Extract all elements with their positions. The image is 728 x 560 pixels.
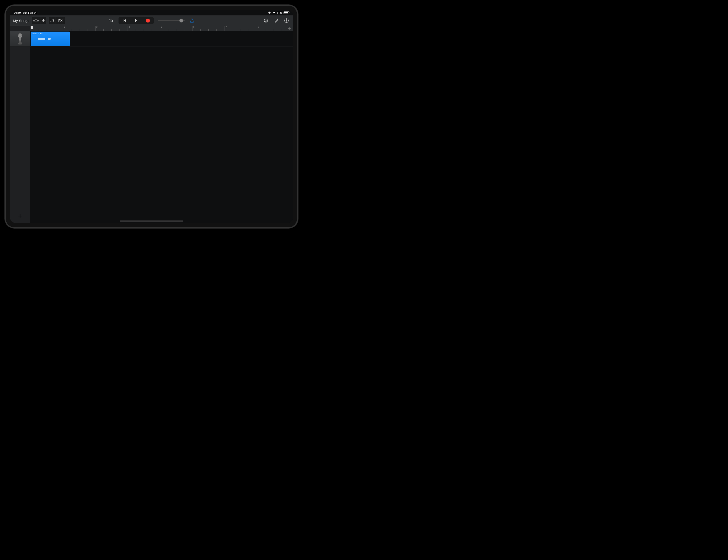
status-date: Sun Feb 24 [23,11,37,14]
fx-label: FX [57,19,64,23]
svg-rect-0 [34,20,35,21]
ruler-bar-label: 5 [160,26,162,28]
transport-controls [119,17,154,24]
help-icon [284,18,289,23]
plus-icon [18,214,22,218]
home-indicator[interactable] [120,221,183,222]
ruler-tick [79,29,79,31]
track-microphone-icon [15,33,25,45]
ruler-bar-label: 3 [95,26,97,28]
metronome-button[interactable] [189,17,195,24]
track-header[interactable] [10,31,30,47]
loop-button[interactable] [263,17,269,24]
undo-button[interactable] [108,17,115,24]
ruler-tick [208,29,209,31]
undo-icon [109,18,113,23]
master-volume-slider[interactable] [158,20,185,21]
status-bar: 09:39 Sun Feb 24 87% [10,10,293,15]
settings-button[interactable] [273,17,280,24]
ruler-tick [273,29,273,31]
go-to-beginning-button[interactable] [119,17,130,24]
ruler-bar-label: 8 [257,26,259,28]
play-icon [134,19,138,22]
toolbar: My Songs [10,15,293,26]
play-button[interactable] [130,17,142,24]
browser-icon [33,19,39,22]
svg-point-10 [53,20,54,21]
track-lane[interactable]: WatchCuts [30,31,293,47]
svg-point-16 [286,22,287,22]
ruler-tick [103,29,104,31]
loop-icon [263,18,268,23]
plus-icon [288,27,291,30]
svg-rect-3 [43,19,44,21]
svg-point-6 [50,21,51,22]
ruler-tick [152,29,152,31]
ruler-tick [281,29,281,31]
ruler-tick [47,29,47,31]
browser-button[interactable] [32,17,40,24]
audio-region[interactable]: WatchCuts [31,32,70,46]
svg-rect-19 [19,40,21,41]
track-headers-column [10,26,30,223]
waveform [31,39,70,39]
add-track-button[interactable] [17,213,24,220]
ruler-tick [144,29,144,31]
svg-point-13 [264,19,268,22]
ruler-tick [39,29,39,31]
volume-thumb[interactable] [179,19,183,23]
playhead[interactable] [31,26,33,30]
metronome-icon [190,18,194,23]
fx-button[interactable]: FX [56,17,65,24]
svg-rect-2 [37,20,38,21]
ruler-bar-label: 7 [225,26,227,28]
ruler-tick [216,29,217,31]
microphone-icon [42,19,45,23]
ruler-tick [241,29,241,31]
track-controls-button[interactable] [49,17,56,24]
location-icon [273,12,275,14]
record-button[interactable] [142,17,154,24]
svg-rect-1 [35,19,37,22]
ruler-tick [184,29,184,31]
timeline[interactable]: 12345678 WatchCuts [30,26,293,223]
help-button[interactable] [283,17,290,24]
ruler-bar-label: 2 [63,26,65,28]
sliders-icon [50,19,54,22]
svg-point-14 [265,20,267,22]
record-icon [146,19,150,23]
battery-percent: 87% [277,11,282,14]
svg-point-8 [52,19,53,20]
ruler-tick [63,28,63,31]
ruler-tick [249,29,249,31]
instrument-button[interactable] [40,17,46,24]
ruler[interactable]: 12345678 [30,26,293,31]
my-songs-button[interactable]: My Songs [13,19,29,23]
svg-rect-11 [123,19,123,22]
region-label: WatchCuts [31,32,70,36]
svg-point-20 [18,44,23,45]
ruler-tick [119,29,120,31]
battery-icon [284,12,289,14]
svg-point-17 [18,33,22,38]
ruler-tick [71,29,71,31]
ruler-tick [233,29,233,31]
ruler-tick [176,29,176,31]
ruler-tick [200,29,201,31]
wrench-icon [274,18,278,23]
ruler-tick [111,29,112,31]
ruler-tick [136,29,136,31]
ruler-bar-label: 4 [128,26,130,28]
ruler-bar-label: 6 [192,26,194,28]
add-section-button[interactable] [288,27,291,30]
ruler-tick [265,29,265,31]
status-time: 09:39 [14,11,21,14]
ruler-tick [168,29,168,31]
wifi-icon [268,12,271,14]
skip-back-icon [123,19,126,22]
